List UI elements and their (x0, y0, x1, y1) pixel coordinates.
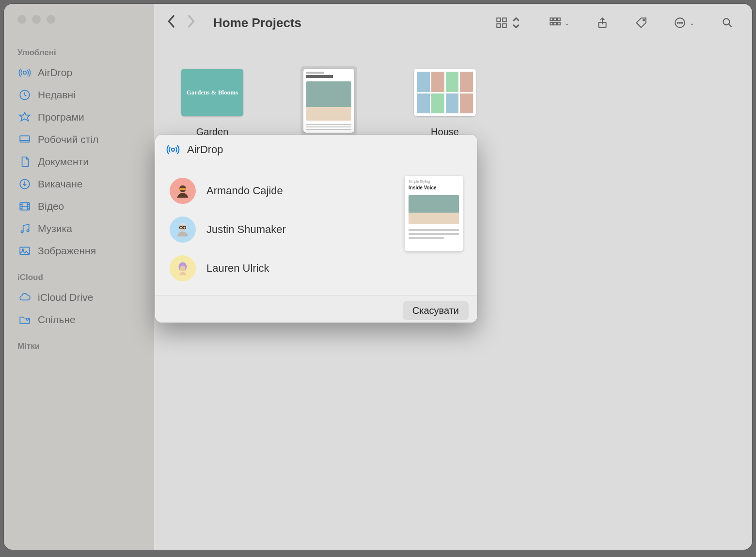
sidebar-item-icloud-drive[interactable]: iCloud Drive (13, 286, 145, 309)
zoom-icon[interactable] (47, 15, 55, 24)
window-controls (17, 15, 145, 24)
file-thumbnail: Gardens & Blooms (181, 69, 243, 116)
sidebar-item-documents[interactable]: Документи (13, 151, 145, 173)
avatar (170, 178, 196, 204)
sheet-title: AirDrop (187, 143, 223, 156)
airdrop-sheet: AirDrop Armando Cajide Justin Shumaker (155, 135, 477, 323)
svg-rect-12 (497, 24, 501, 28)
svg-point-9 (26, 318, 28, 320)
share-button[interactable] (596, 16, 609, 29)
sidebar-item-music[interactable]: Музика (13, 217, 145, 240)
contact-name: Armando Cajide (206, 185, 283, 197)
document-icon (18, 155, 31, 168)
svg-point-0 (23, 71, 27, 75)
contact-name: Justin Shumaker (206, 223, 286, 236)
sidebar: Улюблені AirDrop Недавні Програми Робочи… (4, 4, 154, 550)
sidebar-item-pictures[interactable]: Зображення (13, 240, 145, 262)
sidebar-item-downloads[interactable]: Викачане (13, 173, 145, 195)
back-button[interactable] (167, 15, 176, 31)
airdrop-icon (18, 66, 31, 79)
avatar (170, 255, 196, 281)
view-mode-button[interactable] (495, 16, 522, 29)
search-button[interactable] (721, 16, 734, 29)
file-preview: Simple Styling Inside Voice (405, 176, 463, 251)
file-thumbnail (303, 69, 354, 133)
svg-point-27 (172, 148, 174, 151)
more-button[interactable]: ⌄ (674, 16, 695, 29)
sheet-footer: Скасувати (155, 295, 477, 323)
sidebar-item-label: AirDrop (38, 67, 72, 78)
svg-rect-11 (503, 18, 506, 22)
nav-arrows (167, 15, 196, 31)
svg-rect-14 (550, 18, 552, 20)
cloud-icon (18, 291, 31, 304)
shared-folder-icon (18, 313, 31, 326)
sidebar-item-airdrop[interactable]: AirDrop (13, 62, 145, 84)
sidebar-item-label: Викачане (38, 178, 83, 190)
svg-rect-19 (557, 22, 560, 25)
sidebar-section-icloud: iCloud (17, 273, 145, 282)
sidebar-item-label: Відео (38, 201, 64, 212)
svg-point-33 (180, 265, 185, 271)
svg-point-6 (27, 230, 29, 232)
sidebar-item-applications[interactable]: Програми (13, 106, 145, 128)
sidebar-item-label: Робочий стіл (38, 134, 98, 145)
toolbar-actions: ⌄ ⌄ (495, 16, 734, 29)
sidebar-item-movies[interactable]: Відео (13, 195, 145, 217)
airdrop-icon (166, 142, 180, 157)
folder-title: Home Projects (213, 15, 301, 31)
sidebar-item-label: iCloud Drive (38, 292, 93, 303)
chevron-down-icon: ⌄ (689, 19, 695, 27)
sidebar-item-label: Програми (38, 111, 84, 123)
cancel-button[interactable]: Скасувати (403, 301, 469, 320)
svg-point-21 (643, 19, 645, 21)
svg-point-5 (21, 231, 23, 232)
sidebar-item-label: Документи (38, 156, 89, 168)
music-icon (18, 222, 31, 235)
avatar (170, 217, 196, 243)
svg-rect-10 (497, 18, 501, 22)
svg-rect-13 (503, 24, 506, 28)
sheet-body: Armando Cajide Justin Shumaker Lauren Ul… (155, 164, 477, 295)
preview-subtitle: Simple Styling (409, 180, 459, 183)
sheet-header: AirDrop (155, 135, 477, 164)
thumb-text: Gardens & Blooms (187, 89, 238, 96)
forward-button[interactable] (186, 15, 196, 31)
svg-rect-29 (179, 188, 186, 190)
sidebar-item-shared[interactable]: Спільне (13, 309, 145, 331)
minimize-icon[interactable] (32, 15, 41, 24)
svg-rect-2 (20, 136, 30, 142)
svg-rect-15 (554, 18, 556, 20)
sidebar-item-label: Спільне (38, 314, 76, 325)
movies-icon (18, 200, 31, 213)
download-icon (18, 178, 31, 190)
toolbar: Home Projects ⌄ ⌄ (154, 4, 752, 42)
close-icon[interactable] (17, 15, 26, 24)
preview-title: Inside Voice (409, 185, 459, 190)
finder-window: Улюблені AirDrop Недавні Програми Робочи… (4, 4, 752, 550)
pictures-icon (18, 245, 31, 257)
svg-rect-18 (554, 22, 556, 25)
svg-point-24 (679, 22, 680, 23)
sidebar-item-label: Музика (38, 223, 72, 234)
applications-icon (18, 111, 31, 124)
contact-item[interactable]: Lauren Ulrick (170, 255, 400, 281)
svg-point-23 (677, 22, 678, 23)
sidebar-section-tags: Мітки (17, 341, 145, 351)
svg-rect-17 (550, 22, 552, 25)
sidebar-item-label: Зображення (38, 245, 96, 257)
group-by-button[interactable]: ⌄ (549, 16, 570, 29)
contact-item[interactable]: Armando Cajide (170, 178, 400, 204)
svg-point-26 (723, 18, 729, 25)
tags-button[interactable] (635, 16, 647, 29)
sidebar-item-desktop[interactable]: Робочий стіл (13, 128, 145, 151)
content-area: Home Projects ⌄ ⌄ (154, 4, 752, 550)
contact-name: Lauren Ulrick (206, 262, 269, 275)
sidebar-item-recents[interactable]: Недавні (13, 84, 145, 106)
sidebar-section-favorites: Улюблені (17, 48, 145, 58)
contact-item[interactable]: Justin Shumaker (170, 217, 400, 243)
file-thumbnail (414, 69, 476, 116)
clock-icon (18, 89, 31, 101)
svg-point-25 (681, 22, 682, 23)
sidebar-item-label: Недавні (38, 89, 76, 101)
